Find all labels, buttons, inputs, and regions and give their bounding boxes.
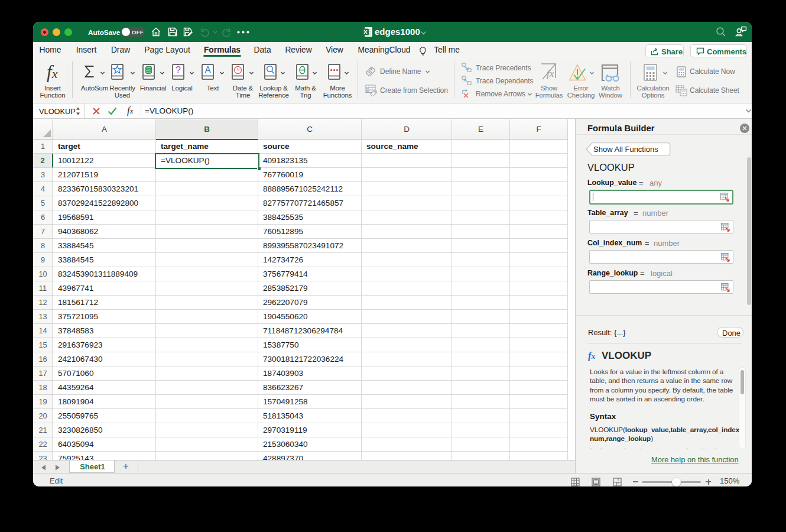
svg-text:fx: fx [547, 68, 554, 79]
svg-text:A: A [204, 65, 211, 75]
svg-text:?: ? [176, 65, 181, 75]
